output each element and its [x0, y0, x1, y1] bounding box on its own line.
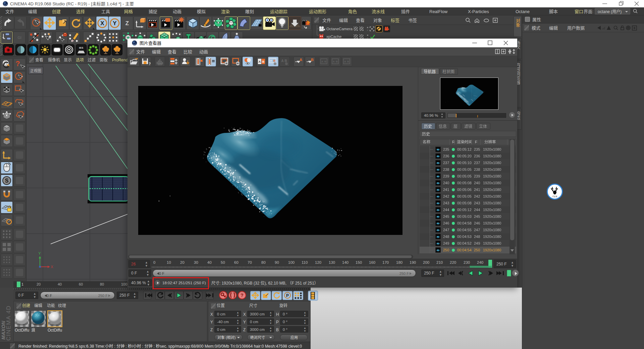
svg-text:B: B — [262, 60, 265, 63]
svg-text:?: ? — [15, 59, 20, 68]
svg-text:B: B — [347, 60, 349, 63]
svg-text:?: ? — [240, 293, 244, 298]
svg-text:GI: GI — [17, 36, 21, 40]
svg-text:P: P — [286, 293, 289, 298]
svg-text:Y: Y — [38, 251, 41, 255]
svg-text:X: X — [100, 20, 104, 27]
svg-text:A: A — [300, 58, 302, 62]
svg-text:B: B — [273, 59, 276, 62]
svg-text:A: A — [333, 60, 335, 63]
svg-text:B: B — [336, 60, 338, 63]
svg-text:A: A — [281, 59, 283, 63]
svg-text:123: 123 — [158, 63, 162, 65]
svg-text:A: A — [321, 60, 323, 63]
svg-text:X: X — [51, 265, 53, 269]
svg-text:Y: Y — [113, 20, 117, 27]
svg-text:行走者: 行走者 — [552, 195, 557, 198]
svg-text:B: B — [324, 60, 326, 63]
svg-text:Z: Z — [125, 20, 129, 27]
svg-text:IES: IES — [79, 46, 84, 49]
svg-text:A: A — [270, 59, 272, 62]
svg-text:?: ? — [149, 62, 151, 66]
svg-text:B: B — [284, 59, 287, 63]
svg-text:A: A — [259, 60, 261, 63]
svg-text:A: A — [344, 60, 346, 63]
svg-text:B: B — [311, 58, 314, 62]
svg-text:S: S — [5, 178, 9, 184]
